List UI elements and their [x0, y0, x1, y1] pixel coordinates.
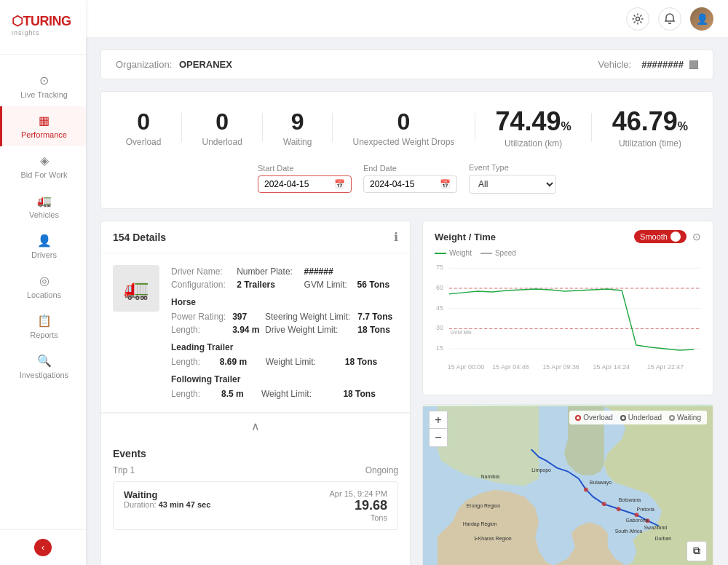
weight-following-label: Weight Limit:	[261, 387, 344, 400]
weight-leading-label: Weight Limit:	[266, 355, 345, 368]
event-weight-unit: Tons	[330, 513, 388, 522]
sidebar-item-vehicles[interactable]: 🚛 Vehicles	[0, 186, 86, 226]
svg-text:Durban: Durban	[654, 536, 671, 541]
svg-text:45: 45	[436, 304, 443, 312]
calendar-icon[interactable]: 📅	[334, 179, 345, 189]
trip-label: Trip 1	[113, 465, 135, 475]
sidebar: ⬡TURING insights ⊙ Live Tracking ▦ Perfo…	[0, 0, 86, 565]
length-horse-value: 3.94 m	[232, 325, 259, 335]
sidebar-item-performance[interactable]: ▦ Performance	[0, 106, 86, 146]
smooth-toggle[interactable]: Smooth	[634, 230, 687, 243]
zoom-in-button[interactable]: +	[430, 411, 447, 429]
event-card: Waiting Duration: 43 min 47 sec Apr 15, …	[113, 481, 398, 530]
vehicle-info: Vehicle: ########	[598, 59, 698, 70]
info-icon[interactable]: ℹ	[394, 230, 398, 244]
svg-text:15: 15	[436, 344, 443, 352]
end-date-input[interactable]	[370, 179, 435, 189]
end-date-group: End Date 📅	[363, 164, 457, 193]
sidebar-item-locations[interactable]: ◎ Locations	[0, 266, 86, 307]
collapse-button[interactable]: ‹	[34, 539, 52, 556]
details-title: 154 Details	[113, 232, 166, 243]
svg-point-21	[602, 502, 606, 506]
util-km-value: 74.49%	[495, 106, 571, 137]
vehicle-image: 🚛	[113, 265, 159, 312]
settings-button[interactable]	[626, 7, 649, 31]
svg-text:Bulawayo: Bulawayo	[590, 480, 612, 486]
util-km-label: Utilization (km)	[495, 138, 571, 149]
chart-title: Weight / Time	[435, 232, 496, 242]
unexpected-label: Unexpected Weight Drops	[353, 137, 455, 147]
svg-point-0	[636, 17, 640, 20]
start-date-group: Start Date 📅	[258, 164, 352, 193]
svg-text:15 Apr 00:00: 15 Apr 00:00	[448, 363, 484, 371]
divider-2	[262, 113, 263, 142]
redact-icon	[689, 60, 698, 69]
sidebar-item-drivers[interactable]: 👤 Drivers	[0, 226, 86, 266]
event-type-select[interactable]: All Overload Underload Waiting	[469, 175, 556, 194]
svg-text:15 Apr 14:24: 15 Apr 14:24	[593, 363, 630, 371]
drive-label: Drive Weight Limit:	[265, 323, 357, 336]
chart-options-icon[interactable]: ⊙	[692, 231, 701, 242]
app-header: 👤	[86, 0, 728, 38]
start-date-input[interactable]	[264, 179, 330, 189]
driver-name-label: Driver Name:	[171, 265, 237, 278]
sidebar-collapse-area: ‹	[0, 529, 86, 565]
user-avatar[interactable]: 👤	[690, 7, 713, 31]
expand-button[interactable]: ∧	[101, 413, 410, 439]
chart-panel: Weight / Time Smooth ⊙ Weight	[422, 221, 713, 395]
filter-row: Start Date 📅 End Date 📅 Event Type	[116, 163, 698, 194]
leading-trailer-title: Leading Trailer	[171, 342, 398, 352]
divider-3	[332, 113, 333, 142]
org-label: Organization:	[116, 59, 172, 70]
org-info: Organization: OPERANEX	[116, 59, 232, 70]
map-layers-button[interactable]: ⧉	[687, 541, 707, 561]
sidebar-item-label: Live Tracking	[20, 90, 68, 99]
zoom-out-button[interactable]: −	[430, 429, 447, 446]
vehicle-value: ########	[641, 59, 684, 70]
smooth-label: Smooth	[640, 232, 668, 241]
locations-icon: ◎	[39, 274, 50, 288]
following-trailer-title: Following Trailer	[171, 374, 398, 384]
end-date-label: End Date	[363, 164, 457, 173]
sidebar-item-reports[interactable]: 📋 Reports	[0, 307, 86, 347]
svg-point-22	[617, 507, 621, 511]
logo-text: ⬡TURING	[12, 13, 74, 29]
speed-legend-line	[480, 253, 492, 254]
map-background: Bulawayo Botswana Gaborone Pretoria Swaz…	[423, 405, 713, 565]
org-bar: Organization: OPERANEX Vehicle: ########	[100, 50, 713, 79]
reports-icon: 📋	[37, 314, 52, 328]
notifications-button[interactable]	[658, 7, 681, 31]
weight-leading-value: 18 Tons	[345, 357, 377, 367]
stat-overload: 0 Overload	[126, 108, 162, 147]
divider-1	[181, 113, 182, 142]
svg-text:GVM Min: GVM Min	[451, 330, 472, 335]
underload-dot	[620, 415, 626, 421]
chart-legend: Weight Speed	[435, 249, 701, 257]
sidebar-item-live-tracking[interactable]: ⊙ Live Tracking	[0, 66, 86, 106]
legend-speed: Speed	[480, 249, 516, 257]
svg-text:Erongo Region: Erongo Region	[467, 503, 501, 509]
vehicle-info-table: Driver Name: Number Plate: ###### Config…	[171, 265, 398, 400]
power-value: 397	[232, 312, 247, 322]
svg-point-20	[584, 487, 588, 491]
calendar-icon-end[interactable]: 📅	[440, 179, 451, 189]
event-type-label: Event Type	[469, 163, 556, 172]
sidebar-item-label: Reports	[30, 331, 58, 339]
sidebar-item-investigations[interactable]: 🔍 Investigations	[0, 347, 86, 387]
util-time-value: 46.79%	[612, 106, 688, 137]
bid-icon: ◈	[40, 154, 49, 167]
sidebar-item-label: Vehicles	[29, 210, 59, 219]
length-horse-label: Length:	[171, 323, 232, 336]
underload-label: Underload	[202, 137, 242, 147]
investigations-icon: 🔍	[37, 354, 52, 368]
bottom-panels: 154 Details ℹ 🚛 Driver Name: Number Plat…	[100, 221, 713, 565]
svg-text:Hardap Region: Hardap Region	[463, 521, 497, 527]
event-type: Waiting	[124, 489, 210, 500]
sidebar-item-bid-for-work[interactable]: ◈ Bid For Work	[0, 146, 86, 186]
vehicle-label: Vehicle:	[598, 59, 632, 70]
bell-icon	[664, 13, 676, 25]
overload-dot	[575, 415, 581, 421]
overload-label: Overload	[126, 137, 162, 147]
steering-value: 7.7 Tons	[357, 312, 392, 322]
details-header: 154 Details ℹ	[101, 221, 410, 253]
